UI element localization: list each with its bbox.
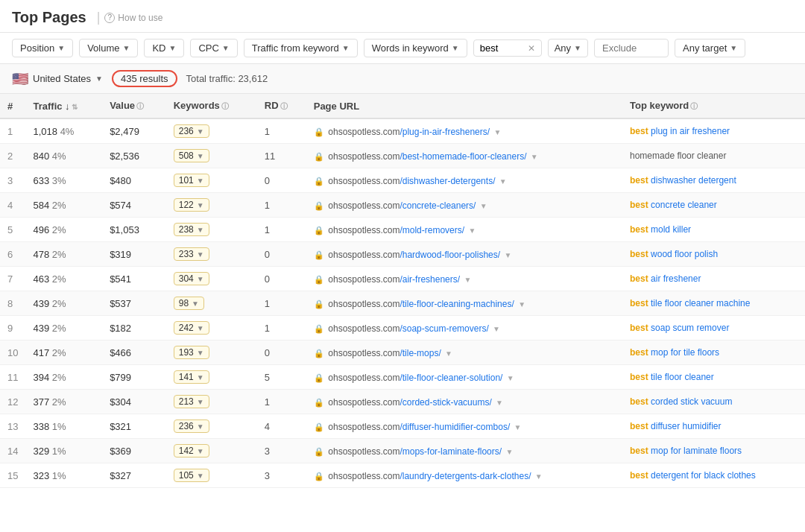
page-url-link[interactable]: ohsospotless.com/corded-stick-vacuums/: [328, 397, 494, 408]
url-expand-icon[interactable]: ▼: [518, 300, 525, 308]
url-expand-icon[interactable]: ▼: [499, 177, 507, 186]
url-expand-icon[interactable]: ▼: [445, 349, 452, 358]
kw-badge-arrow-icon[interactable]: ▼: [197, 472, 204, 480]
page-url-link[interactable]: ohsospotless.com/tile-floor-cleaner-solu…: [328, 373, 505, 383]
cell-keywords[interactable]: 142 ▼: [166, 439, 257, 463]
cpc-filter[interactable]: CPC ▼: [190, 39, 237, 57]
clear-keyword-icon[interactable]: ✕: [528, 43, 535, 54]
cell-url[interactable]: 🔒 ohsospotless.com/laundry-detergents-da…: [306, 463, 622, 488]
cell-url[interactable]: 🔒 ohsospotless.com/plug-in-air-freshener…: [306, 118, 622, 144]
cell-url[interactable]: 🔒 ohsospotless.com/best-homemade-floor-c…: [306, 144, 622, 168]
cell-url[interactable]: 🔒 ohsospotless.com/corded-stick-vacuums/…: [306, 390, 622, 414]
cell-keywords[interactable]: 122 ▼: [166, 193, 257, 218]
cell-keywords[interactable]: 236 ▼: [166, 414, 257, 439]
col-header-url[interactable]: Page URL: [306, 94, 622, 118]
cell-keywords[interactable]: 238 ▼: [166, 218, 257, 242]
words-keyword-filter[interactable]: Words in keyword ▼: [364, 39, 467, 57]
col-header-traffic[interactable]: Traffic ↓⇅: [25, 94, 102, 118]
url-expand-icon[interactable]: ▼: [480, 202, 487, 210]
cell-top-keyword: best air freshener: [622, 267, 805, 291]
page-url-link[interactable]: ohsospotless.com/laundry-detergents-dark…: [328, 471, 533, 481]
cell-keywords[interactable]: 193 ▼: [166, 341, 257, 365]
cell-keywords[interactable]: 236 ▼: [166, 118, 257, 144]
cell-keywords[interactable]: 233 ▼: [166, 242, 257, 267]
col-header-topkw[interactable]: Top keywordⓘ: [622, 94, 805, 118]
kw-badge-arrow-icon[interactable]: ▼: [197, 177, 204, 185]
url-expand-icon[interactable]: ▼: [504, 251, 511, 259]
url-expand-icon[interactable]: ▼: [514, 423, 522, 431]
table-row: 15 323 1% $327 105 ▼ 3 🔒 ohsospotless.co…: [0, 463, 805, 488]
page-url-link[interactable]: ohsospotless.com/concrete-cleaners/: [328, 200, 478, 211]
col-header-value[interactable]: Valueⓘ: [102, 94, 166, 118]
exclude-input[interactable]: [594, 39, 669, 57]
keyword-input[interactable]: [480, 42, 525, 54]
cell-keywords[interactable]: 141 ▼: [166, 365, 257, 390]
url-expand-icon[interactable]: ▼: [493, 128, 501, 136]
url-expand-icon[interactable]: ▼: [505, 448, 513, 456]
cell-rd: 1: [257, 316, 306, 341]
cell-url[interactable]: 🔒 ohsospotless.com/mops-for-laminate-flo…: [306, 439, 622, 463]
url-expand-icon[interactable]: ▼: [496, 399, 503, 407]
kw-badge-arrow-icon[interactable]: ▼: [192, 300, 199, 308]
cell-url[interactable]: 🔒 ohsospotless.com/soap-scum-removers/ ▼: [306, 316, 622, 341]
cell-keywords[interactable]: 98 ▼: [166, 291, 257, 316]
url-expand-icon[interactable]: ▼: [531, 153, 538, 161]
cell-keywords[interactable]: 105 ▼: [166, 463, 257, 488]
url-expand-icon[interactable]: ▼: [493, 325, 500, 333]
page-url-link[interactable]: ohsospotless.com/tile-floor-cleaning-mac…: [328, 299, 517, 309]
country-selector[interactable]: 🇺🇸 United States ▼: [12, 71, 103, 87]
url-expand-icon[interactable]: ▼: [468, 227, 476, 235]
cell-value: $541: [102, 267, 166, 291]
kw-count: 193: [179, 347, 194, 358]
kw-badge-arrow-icon[interactable]: ▼: [197, 275, 204, 283]
url-expand-icon[interactable]: ▼: [507, 374, 514, 382]
kw-badge-arrow-icon[interactable]: ▼: [197, 127, 204, 136]
page-url-link[interactable]: ohsospotless.com/soap-scum-removers/: [328, 323, 491, 334]
cell-keywords[interactable]: 508 ▼: [166, 144, 257, 168]
cell-keywords[interactable]: 242 ▼: [166, 316, 257, 341]
cell-url[interactable]: 🔒 ohsospotless.com/concrete-cleaners/ ▼: [306, 193, 622, 218]
cell-url[interactable]: 🔒 ohsospotless.com/tile-floor-cleaning-m…: [306, 291, 622, 316]
page-url-link[interactable]: ohsospotless.com/plug-in-air-fresheners/: [328, 127, 492, 137]
kw-badge-arrow-icon[interactable]: ▼: [197, 226, 204, 234]
kw-badge-arrow-icon[interactable]: ▼: [197, 250, 204, 259]
cell-url[interactable]: 🔒 ohsospotless.com/hardwood-floor-polish…: [306, 242, 622, 267]
any-target-filter[interactable]: Any target ▼: [675, 39, 745, 57]
col-header-rd[interactable]: RDⓘ: [257, 94, 306, 118]
kw-badge-arrow-icon[interactable]: ▼: [197, 447, 204, 455]
kw-badge-arrow-icon[interactable]: ▼: [197, 152, 204, 160]
position-filter[interactable]: Position ▼: [12, 39, 73, 57]
cell-url[interactable]: 🔒 ohsospotless.com/air-fresheners/ ▼: [306, 267, 622, 291]
cell-url[interactable]: 🔒 ohsospotless.com/mold-removers/ ▼: [306, 218, 622, 242]
col-header-num[interactable]: #: [0, 94, 25, 118]
cell-url[interactable]: 🔒 ohsospotless.com/dishwasher-detergents…: [306, 168, 622, 193]
page-url-link[interactable]: ohsospotless.com/best-homemade-floor-cle…: [328, 151, 528, 162]
any-button[interactable]: Any ▼: [548, 39, 588, 57]
kw-badge-arrow-icon[interactable]: ▼: [197, 422, 204, 431]
how-to-use-link[interactable]: ? How to use: [104, 13, 162, 23]
page-url-link[interactable]: ohsospotless.com/diffuser-humidifier-com…: [328, 422, 512, 432]
cell-keywords[interactable]: 304 ▼: [166, 267, 257, 291]
volume-filter[interactable]: Volume ▼: [79, 39, 138, 57]
cell-url[interactable]: 🔒 ohsospotless.com/tile-floor-cleaner-so…: [306, 365, 622, 390]
kw-badge-arrow-icon[interactable]: ▼: [197, 324, 204, 332]
cell-keywords[interactable]: 213 ▼: [166, 390, 257, 414]
kd-filter[interactable]: KD ▼: [144, 39, 184, 57]
cell-url[interactable]: 🔒 ohsospotless.com/diffuser-humidifier-c…: [306, 414, 622, 439]
col-header-keywords[interactable]: Keywordsⓘ: [166, 94, 257, 118]
page-url-link[interactable]: ohsospotless.com/mops-for-laminate-floor…: [328, 446, 504, 457]
page-url-link[interactable]: ohsospotless.com/dishwasher-detergents/: [328, 176, 497, 186]
url-expand-icon[interactable]: ▼: [535, 472, 543, 481]
kw-badge-arrow-icon[interactable]: ▼: [197, 373, 204, 381]
page-url-link[interactable]: ohsospotless.com/tile-mops/: [328, 348, 443, 358]
page-url-link[interactable]: ohsospotless.com/hardwood-floor-polishes…: [328, 250, 502, 260]
kw-badge-arrow-icon[interactable]: ▼: [197, 398, 204, 406]
kw-badge-arrow-icon[interactable]: ▼: [197, 201, 204, 209]
page-url-link[interactable]: ohsospotless.com/mold-removers/: [328, 225, 467, 235]
cell-url[interactable]: 🔒 ohsospotless.com/tile-mops/ ▼: [306, 341, 622, 365]
url-expand-icon[interactable]: ▼: [464, 276, 471, 284]
page-url-link[interactable]: ohsospotless.com/air-fresheners/: [328, 274, 462, 285]
cell-keywords[interactable]: 101 ▼: [166, 168, 257, 193]
kw-badge-arrow-icon[interactable]: ▼: [197, 349, 204, 357]
traffic-keyword-filter[interactable]: Traffic from keyword ▼: [244, 39, 358, 57]
